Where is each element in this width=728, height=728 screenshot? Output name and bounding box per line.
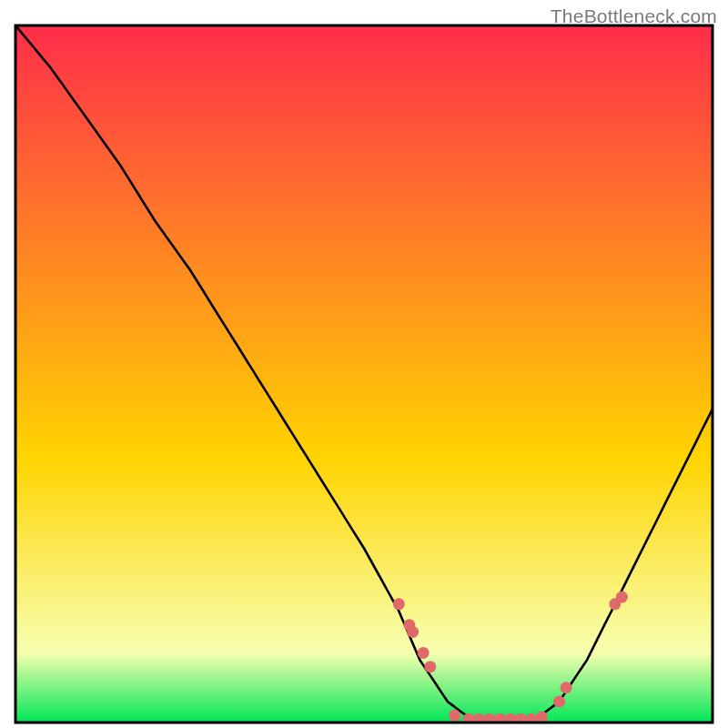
data-point: [536, 711, 548, 723]
data-point: [616, 592, 628, 603]
data-point: [418, 647, 430, 659]
data-point: [393, 598, 405, 610]
chart-container: TheBottleneck.com: [0, 0, 728, 728]
data-point: [561, 682, 572, 693]
data-point: [553, 696, 565, 708]
data-point: [424, 661, 436, 672]
data-point: [449, 710, 460, 722]
data-point: [407, 626, 419, 638]
attribution-label: TheBottleneck.com: [551, 5, 717, 27]
bottleneck-chart: [0, 0, 728, 728]
